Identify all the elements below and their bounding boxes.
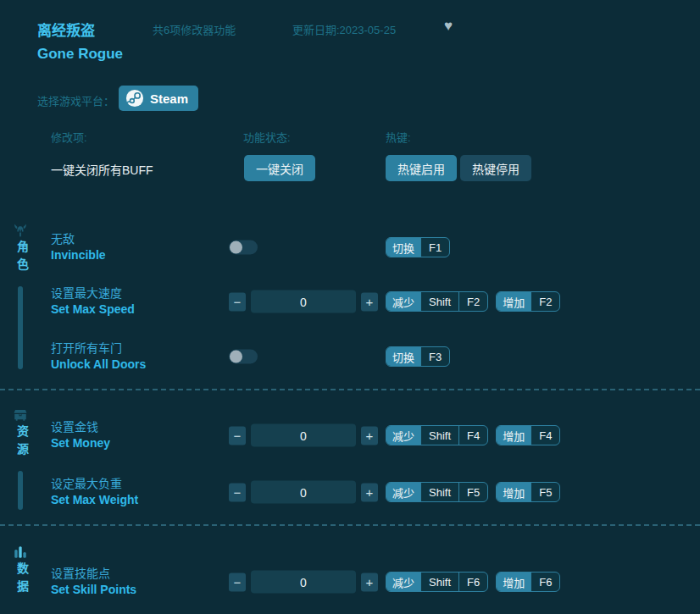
game-title-cn: 离经叛盗 xyxy=(37,19,95,40)
row-set-money: 设置金钱 Set Money − + 减少 Shift F4 增加 F4 xyxy=(0,417,700,454)
max-speed-input[interactable] xyxy=(251,290,356,313)
feature-label-cn: 无敌 xyxy=(51,231,106,247)
feature-label-en: Set Money xyxy=(51,435,110,451)
hotkey-action: 减少 xyxy=(386,483,420,501)
hotkey-key: F4 xyxy=(531,426,559,445)
feature-label-en: Set Skill Points xyxy=(51,582,136,598)
row-max-weight: 设定最大负重 Set Max Weight − + 减少 Shift F5 增加… xyxy=(0,473,700,511)
feature-label-en: Unlock All Doors xyxy=(51,357,146,373)
decrement-button[interactable]: − xyxy=(229,573,246,591)
unlock-doors-hotkey[interactable]: 切换 F3 xyxy=(386,346,450,367)
platform-label: 选择游戏平台： xyxy=(37,92,114,108)
hotkey-key: F1 xyxy=(420,238,449,257)
increment-button[interactable]: + xyxy=(361,426,378,445)
feature-label-cn: 设置技能点 xyxy=(51,566,136,582)
row-max-speed: 设置最大速度 Set Max Speed − + 减少 Shift F2 增加 … xyxy=(0,283,700,320)
hotkey-enable-button[interactable]: 热键启用 xyxy=(386,155,457,181)
steam-label: Steam xyxy=(150,91,188,106)
feature-label-en: Set Max Speed xyxy=(51,301,135,318)
increment-button[interactable]: + xyxy=(361,573,378,591)
money-increase-hotkey[interactable]: 增加 F4 xyxy=(496,425,560,445)
max-speed-decrease-hotkey[interactable]: 减少 Shift F2 xyxy=(386,291,488,312)
hotkey-key: F3 xyxy=(420,347,449,366)
unlock-doors-toggle[interactable] xyxy=(229,350,258,364)
invincible-hotkey[interactable]: 切换 F1 xyxy=(386,237,450,257)
decrement-button[interactable]: − xyxy=(229,426,246,445)
steam-platform-button[interactable]: Steam xyxy=(119,86,198,111)
game-title-en: Gone Rogue xyxy=(37,46,123,63)
hotkey-modifier: Shift xyxy=(420,426,458,445)
hotkey-action: 减少 xyxy=(386,573,420,591)
feature-label-en: Set Max Weight xyxy=(51,492,138,508)
hotkey-disable-button[interactable]: 热键停用 xyxy=(460,155,531,181)
hotkey-modifier: Shift xyxy=(420,292,458,311)
feature-label-cn: 设置最大速度 xyxy=(51,285,135,301)
hotkey-modifier: Shift xyxy=(420,483,458,501)
increment-button[interactable]: + xyxy=(361,483,378,501)
column-header-hotkey: 热键: xyxy=(386,129,411,145)
hotkey-action: 减少 xyxy=(386,292,420,311)
row-invincible: 无敌 Invincible 切换 F1 xyxy=(0,229,700,266)
max-weight-input[interactable] xyxy=(251,481,356,504)
hotkey-modifier: Shift xyxy=(420,573,458,591)
row-unlock-doors: 打开所有车门 Unlock All Doors 切换 F3 xyxy=(0,338,700,375)
feature-label-cn: 设置金钱 xyxy=(51,419,110,435)
increment-button[interactable]: + xyxy=(361,292,378,311)
buff-row-label: 一键关闭所有BUFF xyxy=(51,161,153,178)
max-weight-decrease-hotkey[interactable]: 减少 Shift F5 xyxy=(386,482,488,502)
feature-label-cn: 打开所有车门 xyxy=(51,340,146,357)
section-divider xyxy=(0,389,700,390)
update-date: 更新日期:2023-05-25 xyxy=(292,21,396,37)
section-divider xyxy=(0,524,700,526)
heart-icon[interactable]: ♥ xyxy=(444,18,453,35)
decrement-button[interactable]: − xyxy=(229,483,246,501)
trainer-window: 离经叛盗 共6项修改器功能 更新日期:2023-05-25 ♥ Gone Rog… xyxy=(0,0,700,614)
close-all-buff-button[interactable]: 一键关闭 xyxy=(244,155,315,181)
row-skill-points: 设置技能点 Set Skill Points − + 减少 Shift F6 增… xyxy=(0,563,700,600)
hotkey-action: 切换 xyxy=(386,238,420,257)
money-decrease-hotkey[interactable]: 减少 Shift F4 xyxy=(386,425,488,445)
hotkey-key: F2 xyxy=(458,292,487,311)
feature-count: 共6项修改器功能 xyxy=(153,21,236,37)
steam-icon xyxy=(125,89,144,108)
hotkey-action: 增加 xyxy=(497,573,531,591)
toggle-knob xyxy=(230,241,242,254)
decrement-button[interactable]: − xyxy=(229,292,246,311)
hotkey-action: 增加 xyxy=(497,426,531,445)
feature-label-cn: 设定最大负重 xyxy=(51,476,138,492)
hotkey-key: F5 xyxy=(458,483,487,501)
hotkey-action: 增加 xyxy=(497,292,531,311)
hotkey-key: F5 xyxy=(531,483,559,501)
hotkey-key: F6 xyxy=(458,573,487,591)
feature-label-en: Invincible xyxy=(51,247,106,263)
toggle-knob xyxy=(230,351,242,363)
hotkey-action: 减少 xyxy=(386,426,420,445)
skill-points-decrease-hotkey[interactable]: 减少 Shift F6 xyxy=(386,572,488,592)
invincible-toggle[interactable] xyxy=(229,241,258,255)
column-header-item: 修改项: xyxy=(51,129,87,145)
max-weight-increase-hotkey[interactable]: 增加 F5 xyxy=(496,482,560,502)
hotkey-action: 增加 xyxy=(497,483,531,501)
hotkey-key: F4 xyxy=(458,426,487,445)
hotkey-key: F6 xyxy=(531,573,559,591)
hotkey-action: 切换 xyxy=(386,347,420,366)
column-header-status: 功能状态: xyxy=(243,129,291,145)
skill-points-input[interactable] xyxy=(251,571,356,594)
skill-points-increase-hotkey[interactable]: 增加 F6 xyxy=(496,572,560,592)
hotkey-key: F2 xyxy=(531,292,559,311)
money-input[interactable] xyxy=(251,424,356,447)
bar-chart-icon xyxy=(13,545,28,560)
max-speed-increase-hotkey[interactable]: 增加 F2 xyxy=(496,291,560,312)
